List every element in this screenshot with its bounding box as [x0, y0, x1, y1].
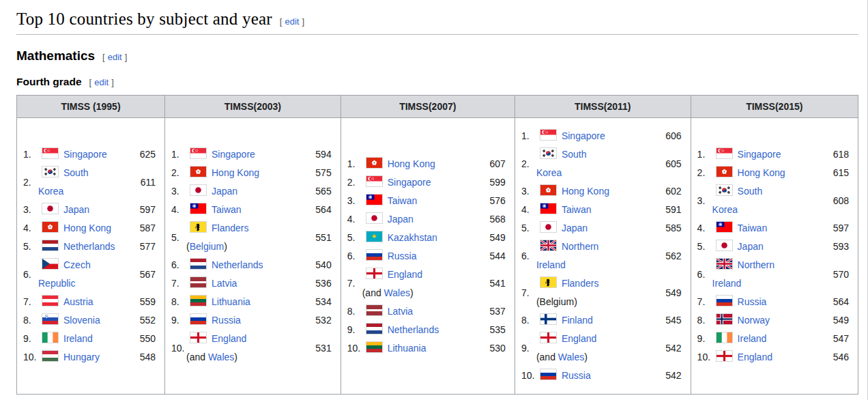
country-link[interactable]: Hong Kong — [212, 167, 259, 178]
country-link[interactable]: South — [562, 149, 587, 160]
country-link[interactable]: Netherlands — [63, 241, 115, 252]
grade-edit-link[interactable]: edit — [91, 77, 111, 87]
lithuania-flag-icon — [366, 341, 383, 353]
country-link[interactable]: Taiwan — [562, 204, 592, 215]
country-link[interactable]: Northern — [738, 259, 775, 270]
country-link[interactable]: Russia — [212, 315, 241, 326]
country-link[interactable]: Ireland — [738, 333, 767, 344]
country-link[interactable]: Japan — [738, 241, 764, 252]
country-link[interactable]: England — [388, 269, 422, 280]
country-cell: Hong Kong — [186, 164, 307, 182]
ranking-entry: 4.Taiwan597 — [691, 219, 858, 238]
country-link[interactable]: Hungary — [63, 352, 100, 362]
country-link[interactable]: Russia — [388, 251, 417, 261]
country-link[interactable]: Latvia — [388, 306, 413, 317]
country-link[interactable]: South — [738, 186, 763, 197]
country-link[interactable]: England — [738, 352, 772, 362]
ranking-list: 1.Singapore6062.SouthKorea6053.Hong Kong… — [515, 118, 691, 394]
ranking-entry: 8.Finland545 — [515, 311, 691, 330]
country-link[interactable]: Wales — [384, 287, 410, 298]
country-link[interactable]: Lithuania — [212, 296, 250, 307]
country-link[interactable]: Northern — [562, 241, 598, 252]
country-link[interactable]: Hong Kong — [738, 167, 785, 178]
ranking-entry: 10.Lithuania530 — [341, 339, 515, 358]
country-link[interactable]: Latvia — [212, 278, 237, 289]
rank-number: 2. — [697, 164, 712, 182]
ranking-entry: 3.Taiwan576 — [341, 192, 515, 210]
country-link[interactable]: Flanders — [212, 223, 248, 233]
country-cell: Japan — [536, 219, 657, 238]
country-cell: Slovenia — [38, 311, 131, 330]
country-link[interactable]: Japan — [388, 214, 414, 225]
country-link[interactable]: Taiwan — [388, 195, 418, 206]
score-value: 541 — [481, 274, 506, 293]
ranking-entry: 3.Japan597 — [17, 201, 164, 219]
country-link[interactable]: Singapore — [388, 177, 431, 188]
country-link[interactable]: Hong Kong — [63, 223, 111, 233]
rank-number: 4. — [347, 210, 362, 229]
country-link[interactable]: Wales — [208, 352, 234, 362]
slovenia-flag-icon — [42, 313, 59, 325]
rank-number: 8. — [697, 311, 712, 330]
country-link[interactable]: Singapore — [63, 149, 107, 160]
rank-number: 10. — [347, 339, 362, 358]
country-link[interactable]: South — [63, 167, 89, 178]
country-link[interactable]: Belgium — [190, 241, 225, 252]
country-link[interactable]: Russia — [738, 296, 767, 307]
country-link[interactable]: Russia — [562, 370, 591, 381]
country-link[interactable]: Hong Kong — [562, 186, 609, 197]
country-link[interactable]: Czech — [63, 259, 91, 270]
country-link[interactable]: Flanders — [562, 278, 598, 289]
country-link[interactable]: England — [562, 333, 596, 344]
country-link[interactable]: Japan — [562, 223, 588, 233]
hungary-flag-icon — [42, 350, 59, 362]
country-link[interactable]: Ireland — [712, 278, 742, 289]
country-link[interactable]: Ireland — [63, 333, 93, 344]
country-text: ) — [410, 287, 414, 298]
score-value: 534 — [307, 293, 332, 311]
score-value: 602 — [657, 182, 682, 201]
country-cell: SouthKorea — [38, 164, 131, 201]
country-link[interactable]: Kazakhstan — [388, 232, 437, 243]
country-link[interactable]: Lithuania — [388, 343, 426, 354]
subject-edit-link[interactable]: edit — [105, 52, 125, 62]
country-link[interactable]: Netherlands — [212, 259, 263, 270]
country-link[interactable]: Norway — [738, 315, 770, 326]
rank-number: 1. — [521, 127, 536, 145]
ranking-entry: 2.Hong Kong575 — [165, 164, 341, 182]
country-text: ) — [234, 352, 237, 362]
country-link[interactable]: Finland — [562, 315, 593, 326]
country-link[interactable]: Singapore — [562, 130, 605, 141]
ranking-list: 1.Singapore5942.Hong Kong5753.Japan5654.… — [165, 118, 341, 394]
country-cell: Russia — [712, 293, 824, 311]
country-link[interactable]: Korea — [712, 204, 738, 215]
score-value: 591 — [657, 201, 682, 219]
netherlands-flag-icon — [366, 323, 383, 334]
section-edit-link[interactable]: edit — [282, 16, 302, 27]
country-link[interactable]: Japan — [63, 204, 89, 215]
country-link[interactable]: Wales — [558, 352, 584, 362]
country-link[interactable]: Singapore — [738, 149, 781, 160]
country-link[interactable]: Austria — [63, 296, 93, 307]
country-link[interactable]: Korea — [536, 167, 562, 178]
country-link[interactable]: Republic — [38, 278, 75, 289]
score-value: 611 — [131, 173, 156, 192]
country-cell: Taiwan — [712, 219, 824, 238]
country-link[interactable]: Taiwan — [738, 223, 768, 233]
country-link[interactable]: Slovenia — [63, 315, 100, 326]
country-link[interactable]: Hong Kong — [388, 158, 435, 169]
country-link[interactable]: Taiwan — [212, 204, 242, 215]
country-link[interactable]: Ireland — [536, 259, 566, 270]
singapore-flag-icon — [42, 147, 59, 159]
score-value: 531 — [307, 339, 332, 358]
country-link[interactable]: Singapore — [212, 149, 255, 160]
taiwan-flag-icon — [540, 203, 557, 214]
rank-number: 5. — [697, 238, 712, 256]
country-link[interactable]: Netherlands — [388, 324, 439, 335]
score-value: 618 — [824, 145, 849, 164]
country-link[interactable]: Korea — [38, 186, 63, 197]
england-flag-icon — [540, 332, 557, 343]
country-link[interactable]: England — [212, 333, 246, 344]
ranking-entry: 10.England(and Wales)531 — [165, 330, 341, 367]
country-link[interactable]: Japan — [212, 186, 237, 197]
